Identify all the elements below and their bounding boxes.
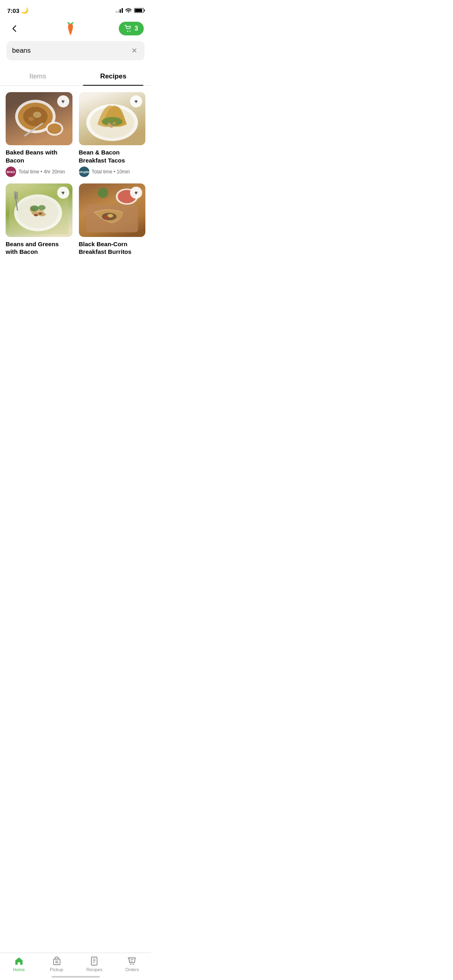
favorite-button-1[interactable]: ♥: [57, 95, 69, 107]
back-button[interactable]: [7, 21, 22, 36]
recipe-card-1[interactable]: ♥ Baked Beans with Bacon BH&G Total time…: [6, 92, 72, 177]
svg-point-6: [29, 117, 34, 121]
app-logo: [64, 21, 77, 36]
search-query: beans: [12, 47, 129, 55]
svg-point-5: [33, 112, 41, 118]
status-bar: 7:03 🌙: [0, 0, 151, 18]
recipe-meta-1: BH&G Total time • 4hr 20min: [6, 167, 72, 177]
heart-icon-4: ♥: [134, 189, 138, 196]
tab-items[interactable]: Items: [0, 68, 76, 85]
status-icons: [116, 8, 144, 14]
favorite-button-2[interactable]: ♥: [130, 95, 142, 107]
recipe-title-2: Bean & Bacon Breakfast Tacos: [79, 148, 146, 164]
svg-point-20: [38, 205, 46, 210]
cart-button[interactable]: 3: [119, 22, 144, 35]
recipe-image-4: ♥: [79, 183, 146, 237]
recipe-meta-2: EatingWell Total time • 10min: [79, 167, 146, 177]
svg-point-21: [34, 214, 38, 216]
recipe-image-1: ♥: [6, 92, 72, 145]
recipe-card-3[interactable]: ♥ Beans and Greens with Bacon: [6, 183, 72, 255]
recipe-title-3: Beans and Greens with Bacon: [6, 240, 72, 256]
svg-point-1: [129, 31, 130, 32]
svg-point-12: [102, 117, 122, 126]
time-display: 7:03: [7, 7, 19, 14]
header: 3: [0, 18, 151, 41]
recipe-card-4[interactable]: ♥ Black Bean-Corn Breakfast Burritos: [79, 183, 146, 255]
recipe-image-3: ♥: [6, 183, 72, 237]
recipe-time-1: Total time • 4hr 20min: [19, 169, 65, 175]
svg-point-14: [112, 122, 116, 125]
heart-icon-2: ♥: [134, 98, 138, 105]
moon-icon: 🌙: [21, 7, 29, 14]
clear-search-button[interactable]: ✕: [129, 46, 139, 56]
cart-count: 3: [134, 25, 138, 32]
recipe-title-4: Black Bean-Corn Breakfast Burritos: [79, 240, 146, 256]
tab-recipes[interactable]: Recipes: [76, 68, 151, 85]
recipe-image-2: ♥: [79, 92, 146, 145]
svg-point-30: [104, 216, 109, 218]
recipe-time-2: Total time • 10min: [92, 169, 130, 175]
search-tabs: Items Recipes: [0, 68, 151, 86]
source-badge-2: EatingWell: [79, 167, 89, 177]
svg-point-15: [110, 125, 113, 128]
recipe-title-1: Baked Beans with Bacon: [6, 148, 72, 164]
svg-point-8: [48, 124, 62, 134]
wifi-icon: [125, 8, 132, 14]
heart-icon-3: ♥: [61, 189, 64, 196]
svg-point-22: [39, 212, 42, 214]
source-badge-1: BH&G: [6, 167, 16, 177]
signal-icon: [116, 8, 123, 13]
svg-point-33: [97, 188, 108, 198]
battery-icon: [134, 8, 144, 13]
recipe-grid: ♥ Baked Beans with Bacon BH&G Total time…: [0, 92, 151, 256]
svg-point-0: [127, 31, 128, 32]
svg-point-19: [30, 206, 39, 212]
search-bar[interactable]: beans ✕: [6, 41, 145, 60]
status-time: 7:03 🌙: [7, 7, 29, 14]
heart-icon-1: ♥: [61, 98, 64, 105]
favorite-button-3[interactable]: ♥: [57, 187, 69, 199]
recipe-card-2[interactable]: ♥ Bean & Bacon Breakfast Tacos EatingWel…: [79, 92, 146, 177]
